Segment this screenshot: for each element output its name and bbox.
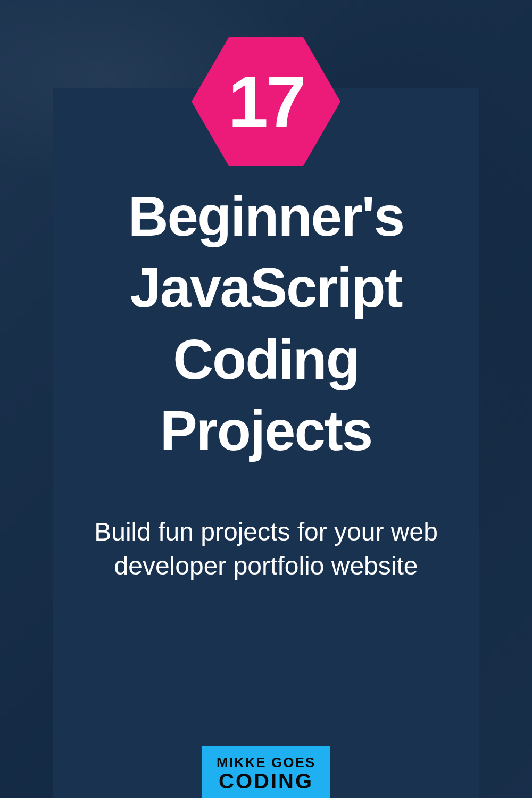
subtitle: Build fun projects for your web develope…: [53, 515, 479, 584]
content-card: Beginner's JavaScript Coding Projects Bu…: [53, 88, 479, 798]
logo-text-line2: CODING: [217, 770, 315, 792]
brand-logo-badge: MIKKE GOES CODING: [202, 746, 330, 798]
main-title: Beginner's JavaScript Coding Projects: [53, 181, 479, 467]
logo-text-line1: MIKKE GOES: [217, 755, 315, 769]
badge-number: 17: [228, 61, 304, 143]
